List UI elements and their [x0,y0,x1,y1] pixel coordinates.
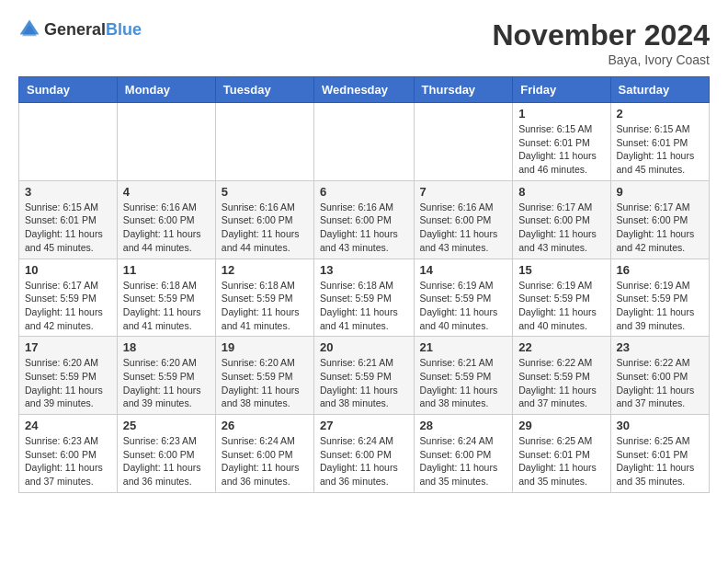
calendar-week-row: 10Sunrise: 6:17 AM Sunset: 5:59 PM Dayli… [19,259,710,337]
table-row [117,103,215,181]
header-friday: Friday [513,77,610,103]
day-number: 24 [25,419,111,432]
day-info: Sunrise: 6:15 AM Sunset: 6:01 PM Dayligh… [617,122,703,177]
day-info: Sunrise: 6:16 AM Sunset: 6:00 PM Dayligh… [420,201,507,255]
calendar-week-row: 24Sunrise: 6:23 AM Sunset: 6:00 PM Dayli… [19,415,710,493]
table-row: 28Sunrise: 6:24 AM Sunset: 6:00 PM Dayli… [414,415,513,493]
day-number: 28 [420,419,507,432]
day-number: 3 [25,185,111,199]
table-row: 11Sunrise: 6:18 AM Sunset: 5:59 PM Dayli… [117,259,215,337]
table-row: 22Sunrise: 6:22 AM Sunset: 5:59 PM Dayli… [513,337,610,415]
day-info: Sunrise: 6:17 AM Sunset: 6:00 PM Dayligh… [518,201,604,255]
day-number: 1 [518,107,604,121]
month-title: November 2024 [492,18,710,52]
header-tuesday: Tuesday [215,77,313,103]
logo-blue: Blue [106,20,142,39]
calendar-week-row: 17Sunrise: 6:20 AM Sunset: 5:59 PM Dayli… [19,337,710,415]
day-info: Sunrise: 6:20 AM Sunset: 5:59 PM Dayligh… [222,356,308,410]
day-info: Sunrise: 6:15 AM Sunset: 6:01 PM Dayligh… [518,122,604,177]
table-row: 19Sunrise: 6:20 AM Sunset: 5:59 PM Dayli… [215,337,313,415]
day-info: Sunrise: 6:19 AM Sunset: 5:59 PM Dayligh… [518,279,604,333]
day-number: 10 [25,263,111,277]
title-section: November 2024 Baya, Ivory Coast [492,18,710,67]
day-info: Sunrise: 6:18 AM Sunset: 5:59 PM Dayligh… [320,279,408,333]
day-info: Sunrise: 6:22 AM Sunset: 6:00 PM Dayligh… [617,356,703,410]
day-number: 15 [518,263,604,277]
calendar-week-row: 1Sunrise: 6:15 AM Sunset: 6:01 PM Daylig… [19,103,710,181]
day-number: 13 [320,263,408,277]
calendar-week-row: 3Sunrise: 6:15 AM Sunset: 6:01 PM Daylig… [19,180,710,259]
table-row: 4Sunrise: 6:16 AM Sunset: 6:00 PM Daylig… [117,180,215,259]
table-row: 25Sunrise: 6:23 AM Sunset: 6:00 PM Dayli… [117,415,215,493]
day-info: Sunrise: 6:16 AM Sunset: 6:00 PM Dayligh… [222,201,308,255]
table-row: 13Sunrise: 6:18 AM Sunset: 5:59 PM Dayli… [314,259,415,337]
day-info: Sunrise: 6:24 AM Sunset: 6:00 PM Dayligh… [320,434,408,488]
day-info: Sunrise: 6:23 AM Sunset: 6:00 PM Dayligh… [123,434,210,488]
day-info: Sunrise: 6:22 AM Sunset: 5:59 PM Dayligh… [518,356,604,410]
day-info: Sunrise: 6:16 AM Sunset: 6:00 PM Dayligh… [320,201,408,255]
logo-general: General [44,20,106,39]
table-row: 14Sunrise: 6:19 AM Sunset: 5:59 PM Dayli… [414,259,513,337]
day-info: Sunrise: 6:21 AM Sunset: 5:59 PM Dayligh… [320,356,408,410]
table-row: 2Sunrise: 6:15 AM Sunset: 6:01 PM Daylig… [610,103,709,181]
day-number: 25 [123,419,210,432]
day-number: 2 [617,107,703,121]
table-row: 29Sunrise: 6:25 AM Sunset: 6:01 PM Dayli… [513,415,610,493]
table-row: 10Sunrise: 6:17 AM Sunset: 5:59 PM Dayli… [19,259,118,337]
logo-icon [18,18,40,40]
table-row: 3Sunrise: 6:15 AM Sunset: 6:01 PM Daylig… [19,180,118,259]
table-row: 7Sunrise: 6:16 AM Sunset: 6:00 PM Daylig… [414,180,513,259]
logo-text: GeneralBlue [44,20,142,40]
day-number: 17 [25,340,111,354]
table-row: 6Sunrise: 6:16 AM Sunset: 6:00 PM Daylig… [314,180,415,259]
day-info: Sunrise: 6:18 AM Sunset: 5:59 PM Dayligh… [123,279,210,333]
table-row: 17Sunrise: 6:20 AM Sunset: 5:59 PM Dayli… [19,337,118,415]
location: Baya, Ivory Coast [492,52,710,67]
day-info: Sunrise: 6:19 AM Sunset: 5:59 PM Dayligh… [617,279,703,333]
day-number: 29 [518,419,604,432]
day-info: Sunrise: 6:20 AM Sunset: 5:59 PM Dayligh… [123,356,210,410]
day-number: 6 [320,185,408,199]
table-row: 8Sunrise: 6:17 AM Sunset: 6:00 PM Daylig… [513,180,610,259]
table-row [414,103,513,181]
calendar-header-row: Sunday Monday Tuesday Wednesday Thursday… [19,77,710,103]
day-number: 18 [123,340,210,354]
table-row: 26Sunrise: 6:24 AM Sunset: 6:00 PM Dayli… [215,415,313,493]
calendar-table: Sunday Monday Tuesday Wednesday Thursday… [18,76,710,493]
day-number: 19 [222,340,308,354]
day-number: 12 [222,263,308,277]
header-saturday: Saturday [610,77,709,103]
table-row: 23Sunrise: 6:22 AM Sunset: 6:00 PM Dayli… [610,337,709,415]
header-monday: Monday [117,77,215,103]
table-row: 9Sunrise: 6:17 AM Sunset: 6:00 PM Daylig… [610,180,709,259]
table-row [19,103,118,181]
day-number: 14 [420,263,507,277]
day-info: Sunrise: 6:20 AM Sunset: 5:59 PM Dayligh… [25,356,111,410]
day-number: 9 [617,185,703,199]
day-info: Sunrise: 6:25 AM Sunset: 6:01 PM Dayligh… [518,434,604,488]
day-info: Sunrise: 6:18 AM Sunset: 5:59 PM Dayligh… [222,279,308,333]
day-info: Sunrise: 6:17 AM Sunset: 6:00 PM Dayligh… [617,201,703,255]
page-header: GeneralBlue November 2024 Baya, Ivory Co… [18,18,710,67]
logo: GeneralBlue [18,18,142,40]
day-info: Sunrise: 6:19 AM Sunset: 5:59 PM Dayligh… [420,279,507,333]
day-number: 7 [420,185,507,199]
table-row: 20Sunrise: 6:21 AM Sunset: 5:59 PM Dayli… [314,337,415,415]
day-info: Sunrise: 6:21 AM Sunset: 5:59 PM Dayligh… [420,356,507,410]
day-info: Sunrise: 6:15 AM Sunset: 6:01 PM Dayligh… [25,201,111,255]
table-row: 27Sunrise: 6:24 AM Sunset: 6:00 PM Dayli… [314,415,415,493]
table-row: 12Sunrise: 6:18 AM Sunset: 5:59 PM Dayli… [215,259,313,337]
day-info: Sunrise: 6:24 AM Sunset: 6:00 PM Dayligh… [222,434,308,488]
day-number: 21 [420,340,507,354]
day-info: Sunrise: 6:17 AM Sunset: 5:59 PM Dayligh… [25,279,111,333]
day-info: Sunrise: 6:24 AM Sunset: 6:00 PM Dayligh… [420,434,507,488]
table-row: 18Sunrise: 6:20 AM Sunset: 5:59 PM Dayli… [117,337,215,415]
table-row: 16Sunrise: 6:19 AM Sunset: 5:59 PM Dayli… [610,259,709,337]
header-thursday: Thursday [414,77,513,103]
table-row: 15Sunrise: 6:19 AM Sunset: 5:59 PM Dayli… [513,259,610,337]
day-number: 5 [222,185,308,199]
day-number: 30 [617,419,703,432]
day-info: Sunrise: 6:25 AM Sunset: 6:01 PM Dayligh… [617,434,703,488]
day-number: 11 [123,263,210,277]
table-row [215,103,313,181]
